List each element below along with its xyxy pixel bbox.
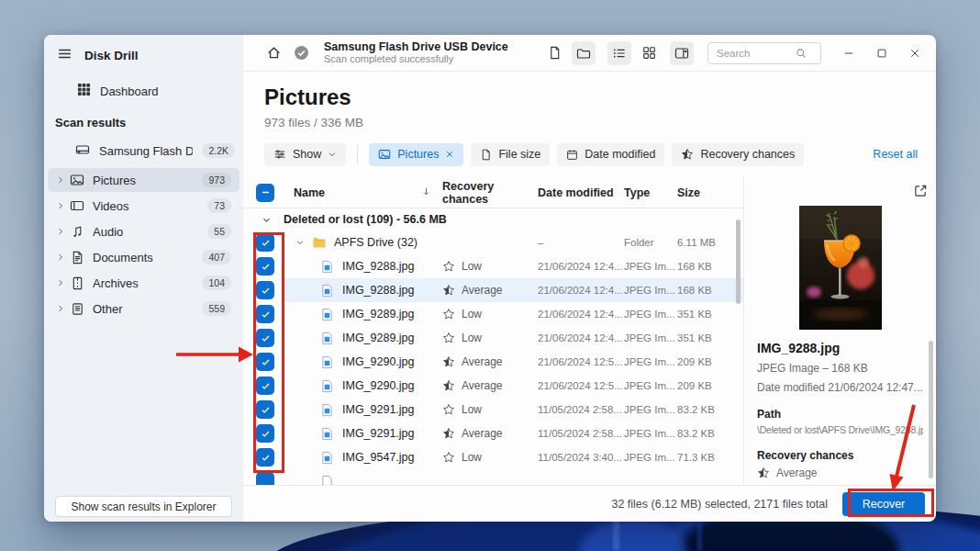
count-badge: 559	[202, 301, 231, 316]
row-checkbox[interactable]	[256, 353, 274, 371]
close-icon[interactable]	[445, 150, 454, 159]
recovery-chances-label: Recovery chances	[757, 449, 923, 462]
search-box[interactable]	[707, 42, 821, 64]
table-row[interactable]: IMG_9547.jpg Low 11/05/2024 3:40... JPEG…	[243, 445, 743, 469]
filter-chip-pictures[interactable]: Pictures	[369, 143, 463, 166]
row-checkbox[interactable]	[256, 305, 274, 323]
column-size[interactable]: Size	[677, 177, 743, 208]
menu-icon[interactable]	[57, 46, 72, 65]
table-row[interactable]: IMG_9291.jpg Low 11/05/2024 2:58... JPEG…	[243, 398, 743, 422]
chevron-right-icon[interactable]	[52, 278, 69, 287]
row-checkbox[interactable]	[256, 281, 274, 299]
sidebar-item-pictures[interactable]: Pictures 973	[48, 168, 239, 192]
half-star-icon	[681, 148, 694, 161]
table-row-selected[interactable]: IMG_9288.jpg Average 21/06/2024 12:4... …	[243, 278, 743, 302]
panel-scrollbar[interactable]	[929, 341, 933, 478]
row-checkbox[interactable]	[256, 329, 274, 347]
chevron-right-icon[interactable]	[52, 201, 69, 210]
sidebar-item-documents[interactable]: Documents 407	[48, 245, 239, 269]
folder-icon	[312, 235, 327, 250]
row-checkbox[interactable]	[256, 400, 274, 419]
chevron-right-icon[interactable]	[52, 227, 69, 236]
jpeg-file-icon	[320, 332, 334, 345]
star-half-icon	[442, 284, 455, 297]
chevron-right-icon[interactable]	[52, 253, 69, 262]
panel-view-icon[interactable]	[670, 41, 694, 65]
sidebar-item-label: Archives	[93, 276, 139, 290]
file-type: JPEG Im...	[624, 445, 677, 469]
count-badge: 73	[207, 198, 231, 213]
recovery-label: Average	[462, 355, 502, 368]
table-row[interactable]: IMG_9289.jpg Low 21/06/2024 12:4... JPEG…	[243, 302, 743, 326]
file-date: 11/05/2024 2:58...	[538, 422, 624, 445]
open-external-icon[interactable]	[914, 184, 928, 201]
sidebar-item-archives[interactable]: Archives 104	[48, 271, 239, 295]
row-checkbox[interactable]	[256, 448, 274, 467]
show-in-explorer-button[interactable]: Show scan results in Explorer	[55, 496, 232, 517]
dashboard-icon	[77, 83, 91, 99]
star-half-icon	[442, 427, 455, 440]
file-name: IMG_9291.jpg	[342, 427, 415, 440]
column-name[interactable]: Name	[294, 186, 325, 199]
table-row[interactable]: IMG_9290.jpg Average 21/06/2024 12:5... …	[243, 350, 743, 374]
sidebar-item-device[interactable]: Samsung Flash Drive USB... 2.2K	[44, 139, 243, 163]
recover-button[interactable]: Recover	[842, 492, 925, 516]
file-table: Name Recovery chances Date modified Type…	[243, 177, 743, 485]
row-checkbox[interactable]	[256, 377, 274, 395]
file-date: 21/06/2024 12:4...	[538, 326, 624, 350]
recovery-label: Low	[462, 403, 482, 416]
recovery-label: Low	[462, 308, 482, 320]
home-icon[interactable]	[262, 41, 285, 65]
sidebar-item-audio[interactable]: Audio 55	[48, 219, 239, 243]
detail-date: Date modified 21/06/2024 12:47...	[757, 381, 923, 394]
table-scrollbar[interactable]	[736, 219, 741, 304]
sidebar-item-other[interactable]: Other 559	[48, 297, 239, 320]
search-input[interactable]	[717, 48, 796, 59]
filter-chip-date-modified[interactable]: Date modified	[557, 143, 664, 166]
reset-all-link[interactable]: Reset all	[873, 148, 918, 161]
column-recovery-chances[interactable]: Recovery chances	[442, 177, 538, 208]
chevron-right-icon[interactable]	[52, 175, 69, 185]
list-view-icon[interactable]	[607, 41, 631, 65]
table-row[interactable]: IMG_9289.jpg Low 21/06/2024 12:4... JPEG…	[243, 326, 743, 350]
table-row[interactable]: IMG_9291.jpg Average 11/05/2024 2:58... …	[243, 422, 743, 445]
filter-chip-file-size[interactable]: File size	[471, 143, 550, 166]
file-name: APFS Drive (32)	[334, 236, 418, 249]
row-checkbox[interactable]	[256, 424, 274, 443]
table-row[interactable]: IMG_9288.jpg Low 21/06/2024 12:4... JPEG…	[243, 254, 743, 278]
sort-desc-icon[interactable]	[421, 186, 431, 199]
column-date-modified[interactable]: Date modified	[538, 177, 624, 208]
chevron-down-icon[interactable]	[262, 215, 272, 225]
new-file-icon[interactable]	[542, 41, 566, 65]
grid-view-icon[interactable]	[637, 41, 661, 65]
sidebar-item-videos[interactable]: Videos 73	[48, 194, 239, 218]
table-row[interactable]: IMG_9290.jpg Average 21/06/2024 12:5... …	[243, 374, 743, 398]
sidebar-item-dashboard[interactable]: Dashboard	[44, 79, 243, 103]
maximize-button[interactable]	[868, 41, 896, 65]
image-preview	[799, 206, 882, 330]
device-status: Scan completed successfully	[324, 53, 508, 65]
row-checkbox[interactable]	[256, 257, 274, 276]
jpeg-file-icon	[320, 403, 334, 417]
close-button[interactable]	[901, 41, 929, 65]
open-folder-icon[interactable]	[572, 41, 596, 65]
file-date: 21/06/2024 12:4...	[538, 254, 624, 278]
column-type[interactable]: Type	[624, 177, 677, 208]
filter-chip-recovery-chances[interactable]: Recovery chances	[672, 143, 804, 166]
table-row-folder[interactable]: APFS Drive (32) – Folder 6.11 MB	[243, 231, 743, 254]
select-all-checkbox[interactable]	[256, 184, 274, 202]
chevron-right-icon[interactable]	[52, 304, 69, 313]
show-dropdown[interactable]: Show	[264, 143, 346, 166]
detail-meta: JPEG Image – 168 KB	[757, 362, 923, 375]
chevron-down-icon[interactable]	[295, 238, 305, 247]
star-outline-icon	[442, 308, 455, 320]
file-date: 11/05/2024 2:58...	[538, 398, 624, 422]
star-outline-icon	[442, 260, 455, 273]
table-row-partial[interactable]	[243, 469, 743, 485]
jpeg-file-icon	[320, 355, 334, 369]
row-checkbox[interactable]	[256, 472, 274, 485]
row-checkbox[interactable]	[256, 233, 274, 252]
group-row[interactable]: Deleted or lost (109) - 56.6 MB	[243, 208, 743, 231]
show-label: Show	[293, 148, 321, 161]
minimize-button[interactable]	[835, 41, 863, 65]
